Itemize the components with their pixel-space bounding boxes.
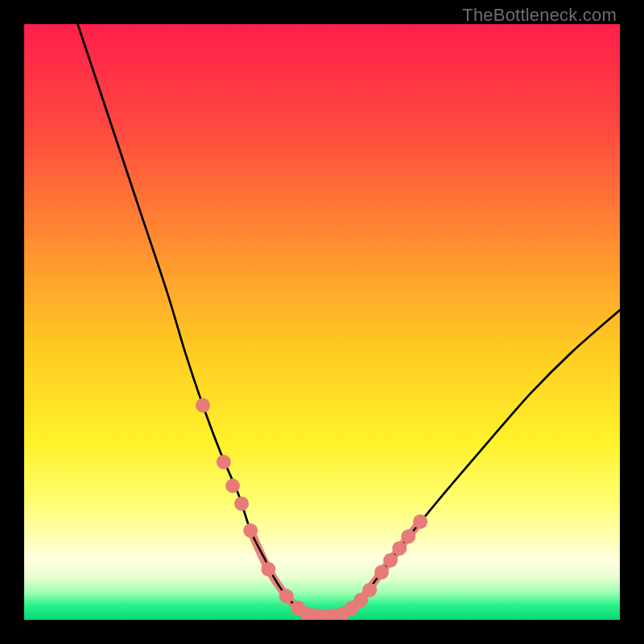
- marker-dot: [234, 497, 249, 511]
- curves-layer: [24, 24, 620, 620]
- marker-dot: [401, 529, 415, 543]
- marker-dot: [261, 562, 275, 576]
- marker-dot: [413, 514, 427, 529]
- curve-v-curve: [78, 24, 620, 617]
- chart-frame: TheBottleneck.com: [0, 0, 644, 644]
- marker-dot: [225, 479, 240, 493]
- curve-v-curve: [78, 24, 620, 617]
- bottom-highlight: [250, 522, 420, 617]
- marker-dot: [362, 583, 377, 597]
- marker-dot: [243, 523, 258, 538]
- marker-dot: [383, 553, 398, 568]
- plot-area: [24, 24, 620, 620]
- watermark-label: TheBottleneck.com: [462, 5, 617, 26]
- marker-dot: [217, 455, 231, 469]
- marker-dot: [392, 541, 407, 555]
- marker-dot: [374, 565, 389, 580]
- marker-dot: [196, 398, 210, 413]
- marker-dot: [279, 588, 294, 603]
